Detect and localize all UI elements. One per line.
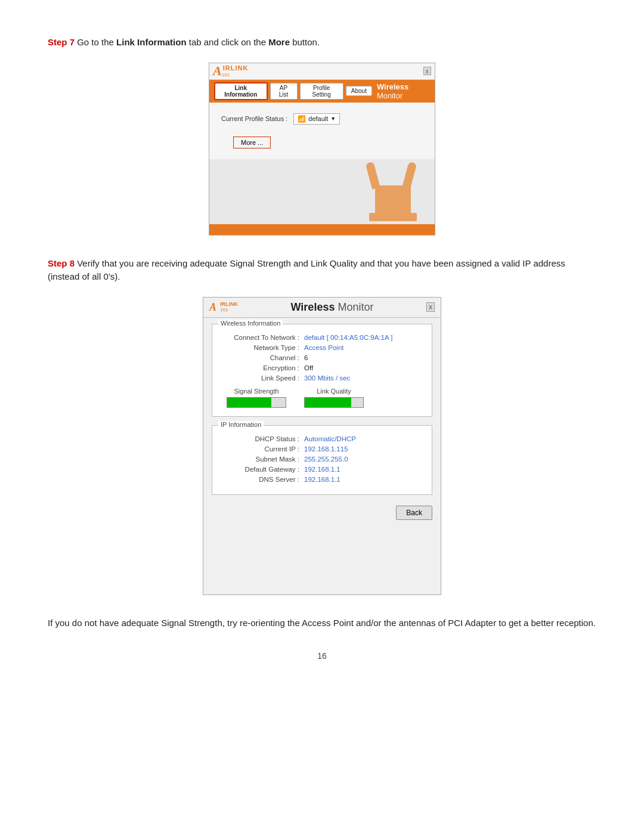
label-link-speed: Link Speed : [221,374,304,382]
ss2-logo-a-icon: A [209,301,216,314]
step7-label: Step 7 [48,37,75,47]
logo-sub: 101 [222,72,249,78]
value-subnet-mask: 255.255.255.0 [304,456,348,463]
label-default-gateway: Default Gateway : [221,466,304,473]
body-text: If you do not have adequate Signal Stren… [48,617,596,630]
info-row-dns: DNS Server : 192.168.1.1 [221,476,423,483]
value-dhcp-status: Automatic/DHCP [304,435,356,442]
label-channel: Channel : [221,354,304,361]
ss2-body: Wireless Information Connect To Network … [203,318,441,526]
link-quality-bar [304,397,364,408]
info-row-channel: Channel : 6 [221,354,423,361]
label-encryption: Encryption : [221,364,304,371]
signal-strength-group: Signal Strength [227,388,286,408]
value-dns-server: 192.168.1.1 [304,476,340,483]
page-number: 16 [48,651,596,661]
value-default-gateway: 192.168.1.1 [304,466,340,473]
tab-about[interactable]: About [346,86,372,96]
ss1-logo: A IRLINK 101 [213,63,248,79]
label-dns-server: DNS Server : [221,476,304,483]
back-button[interactable]: Back [396,506,432,520]
label-network-type: Network Type : [221,344,304,351]
step8-label: Step 8 [48,258,75,268]
step8-text: Step 8 Verify that you are receiving ade… [48,257,596,284]
ss2-title: Wireless Monitor [291,301,374,314]
router-body-icon [375,185,411,215]
logo-a-icon: A [213,63,222,79]
link-quality-label: Link Quality [317,388,351,395]
info-row-encryption: Encryption : Off [221,364,423,371]
tab-profile-setting[interactable]: Profile Setting [300,83,343,100]
router-illustration [357,96,429,221]
value-encryption: Off [304,364,313,371]
value-link-speed: 300 Mbits / sec [304,374,350,382]
wireless-info-section: Wireless Information Connect To Network … [212,324,432,417]
router-base-icon [369,213,417,221]
orange-bar [209,224,435,235]
label-dhcp-status: DHCP Status : [221,435,304,442]
value-channel: 6 [304,354,308,361]
signal-strength-bar [227,397,286,408]
close-icon[interactable]: x [423,67,432,75]
signal-strength-label: Signal Strength [234,388,278,395]
info-row-subnet: Subnet Mask : 255.255.255.0 [221,456,423,463]
screenshot-2: A IRLINK 101 Wireless Monitor x Wireless… [203,297,441,595]
info-row-gateway: Default Gateway : 192.168.1.1 [221,466,423,473]
ip-info-section: IP Information DHCP Status : Automatic/D… [212,425,432,495]
profile-label: Current Profile Status : [221,115,287,122]
info-row-current-ip: Current IP : 192.168.1.115 [221,445,423,453]
ss2-logo-sub: 101 [220,308,238,313]
profile-select[interactable]: 📶 default ▼ [293,113,340,125]
label-current-ip: Current IP : [221,445,304,453]
label-subnet-mask: Subnet Mask : [221,456,304,463]
ss2-footer: Back [212,503,432,520]
value-connect-to-network: default [ 00:14:A5:0C:9A:1A ] [304,334,392,341]
tab-link-information[interactable]: Link Information [214,82,268,100]
info-row-network: Connect To Network : default [ 00:14:A5:… [221,334,423,341]
tab-ap-list[interactable]: AP List [270,83,298,100]
wireless-info-title: Wireless Information [218,320,283,327]
info-row-link-speed: Link Speed : 300 Mbits / sec [221,374,423,382]
info-row-dhcp: DHCP Status : Automatic/DHCP [221,435,423,442]
step7-text: Step 7 Go to the Link Information tab an… [48,36,596,49]
link-quality-fill [305,398,351,407]
bars-row: Signal Strength Link Quality [221,388,423,408]
info-row-network-type: Network Type : Access Point [221,344,423,351]
signal-strength-fill [227,398,271,407]
ss2-close-icon[interactable]: x [426,302,435,312]
ss1-titlebar: A IRLINK 101 x [209,63,435,80]
more-button[interactable]: More ... [233,137,271,148]
link-quality-group: Link Quality [304,388,364,408]
ip-info-title: IP Information [218,421,264,428]
label-connect-to-network: Connect To Network : [221,334,304,341]
value-network-type: Access Point [304,344,343,351]
value-current-ip: 192.168.1.115 [304,445,348,453]
ss2-titlebar: A IRLINK 101 Wireless Monitor x [203,298,441,318]
logo-text: IRLINK [223,64,249,72]
screenshot-1: A IRLINK 101 x Link Information AP List … [209,63,435,236]
